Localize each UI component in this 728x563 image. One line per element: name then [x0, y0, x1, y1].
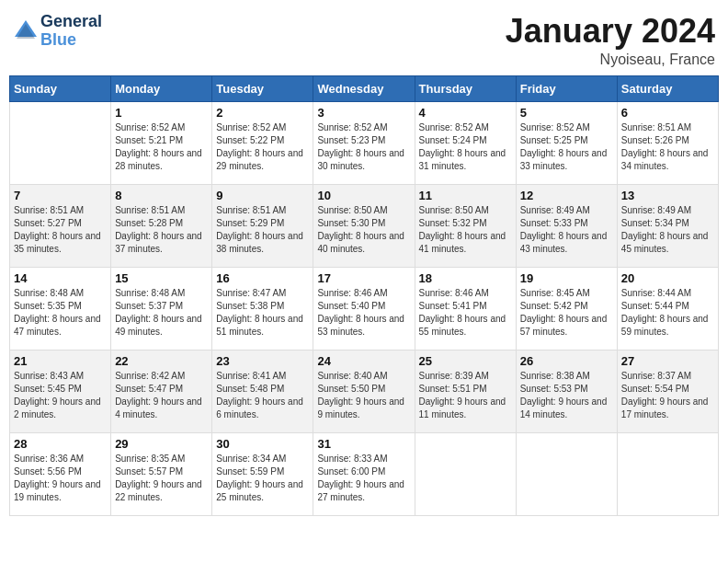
sunset-text: Sunset: 5:59 PM — [216, 465, 309, 478]
calendar-day-cell: 23Sunrise: 8:41 AMSunset: 5:48 PMDayligh… — [212, 350, 313, 432]
daylight-text: Daylight: 9 hours and 11 minutes. — [419, 396, 512, 421]
daylight-text: Daylight: 9 hours and 22 minutes. — [115, 478, 208, 504]
calendar-day-cell: 8Sunrise: 8:51 AMSunset: 5:28 PMDaylight… — [111, 184, 212, 267]
weekday-header: Wednesday — [313, 75, 415, 101]
sunrise-text: Sunrise: 8:47 AM — [216, 287, 309, 300]
sunrise-text: Sunrise: 8:51 AM — [216, 204, 309, 217]
day-number: 25 — [419, 354, 512, 368]
weekday-header: Sunday — [10, 75, 111, 101]
daylight-text: Daylight: 8 hours and 29 minutes. — [216, 147, 309, 173]
day-number: 20 — [621, 271, 714, 285]
daylight-text: Daylight: 9 hours and 9 minutes. — [317, 396, 410, 421]
day-info: Sunrise: 8:36 AMSunset: 5:56 PMDaylight:… — [14, 453, 107, 504]
day-number: 13 — [621, 189, 714, 202]
weekday-header: Monday — [111, 75, 212, 101]
daylight-text: Daylight: 8 hours and 53 minutes. — [317, 313, 410, 339]
sunset-text: Sunset: 5:37 PM — [115, 300, 208, 313]
daylight-text: Daylight: 8 hours and 55 minutes. — [419, 313, 512, 339]
sunrise-text: Sunrise: 8:45 AM — [520, 287, 613, 300]
day-info: Sunrise: 8:46 AMSunset: 5:40 PMDaylight:… — [317, 287, 410, 339]
sunset-text: Sunset: 5:35 PM — [14, 300, 107, 313]
day-number: 3 — [317, 106, 410, 120]
day-info: Sunrise: 8:52 AMSunset: 5:25 PMDaylight:… — [520, 121, 613, 173]
sunrise-text: Sunrise: 8:48 AM — [14, 287, 107, 300]
sunrise-text: Sunrise: 8:52 AM — [419, 121, 512, 134]
calendar-day-cell: 27Sunrise: 8:37 AMSunset: 5:54 PMDayligh… — [617, 350, 718, 432]
calendar-day-cell: 9Sunrise: 8:51 AMSunset: 5:29 PMDaylight… — [212, 184, 313, 267]
daylight-text: Daylight: 8 hours and 33 minutes. — [520, 147, 613, 173]
calendar-day-cell: 10Sunrise: 8:50 AMSunset: 5:30 PMDayligh… — [313, 184, 415, 267]
calendar-day-cell: 1Sunrise: 8:52 AMSunset: 5:21 PMDaylight… — [111, 101, 212, 184]
calendar-day-cell: 21Sunrise: 8:43 AMSunset: 5:45 PMDayligh… — [10, 350, 111, 432]
daylight-text: Daylight: 8 hours and 30 minutes. — [317, 147, 410, 173]
calendar-day-cell: 15Sunrise: 8:48 AMSunset: 5:37 PMDayligh… — [111, 267, 212, 350]
day-info: Sunrise: 8:48 AMSunset: 5:35 PMDaylight:… — [14, 287, 107, 339]
day-number: 15 — [115, 271, 208, 285]
daylight-text: Daylight: 8 hours and 51 minutes. — [216, 313, 309, 339]
sunset-text: Sunset: 5:47 PM — [115, 383, 208, 396]
sunrise-text: Sunrise: 8:50 AM — [317, 204, 410, 217]
calendar-day-cell: 30Sunrise: 8:34 AMSunset: 5:59 PMDayligh… — [212, 432, 313, 515]
day-number: 19 — [520, 271, 613, 285]
daylight-text: Daylight: 8 hours and 47 minutes. — [14, 313, 107, 339]
calendar-day-cell — [516, 432, 617, 515]
day-info: Sunrise: 8:52 AMSunset: 5:24 PMDaylight:… — [419, 121, 512, 173]
calendar-day-cell: 16Sunrise: 8:47 AMSunset: 5:38 PMDayligh… — [212, 267, 313, 350]
sunrise-text: Sunrise: 8:42 AM — [115, 370, 208, 383]
day-number: 28 — [14, 437, 107, 451]
sunset-text: Sunset: 5:57 PM — [115, 465, 208, 478]
calendar-day-cell: 12Sunrise: 8:49 AMSunset: 5:33 PMDayligh… — [516, 184, 617, 267]
sunrise-text: Sunrise: 8:34 AM — [216, 453, 309, 465]
day-info: Sunrise: 8:49 AMSunset: 5:34 PMDaylight:… — [621, 204, 714, 256]
day-number: 21 — [14, 354, 107, 368]
calendar-day-cell: 28Sunrise: 8:36 AMSunset: 5:56 PMDayligh… — [10, 432, 111, 515]
sunrise-text: Sunrise: 8:48 AM — [115, 287, 208, 300]
day-info: Sunrise: 8:49 AMSunset: 5:33 PMDaylight:… — [520, 204, 613, 256]
calendar-day-cell: 17Sunrise: 8:46 AMSunset: 5:40 PMDayligh… — [313, 267, 415, 350]
weekday-header: Friday — [516, 75, 617, 101]
logo: General Blue — [13, 13, 102, 50]
day-info: Sunrise: 8:44 AMSunset: 5:44 PMDaylight:… — [621, 287, 714, 339]
sunset-text: Sunset: 5:53 PM — [520, 383, 613, 396]
day-info: Sunrise: 8:51 AMSunset: 5:28 PMDaylight:… — [115, 204, 208, 256]
day-info: Sunrise: 8:48 AMSunset: 5:37 PMDaylight:… — [115, 287, 208, 339]
sunrise-text: Sunrise: 8:33 AM — [317, 453, 410, 465]
daylight-text: Daylight: 8 hours and 59 minutes. — [621, 313, 714, 339]
sunset-text: Sunset: 5:21 PM — [115, 134, 208, 147]
day-info: Sunrise: 8:52 AMSunset: 5:21 PMDaylight:… — [115, 121, 208, 173]
sunrise-text: Sunrise: 8:52 AM — [115, 121, 208, 134]
calendar-day-cell: 24Sunrise: 8:40 AMSunset: 5:50 PMDayligh… — [313, 350, 415, 432]
sunset-text: Sunset: 5:42 PM — [520, 300, 613, 313]
sunrise-text: Sunrise: 8:38 AM — [520, 370, 613, 383]
day-info: Sunrise: 8:52 AMSunset: 5:22 PMDaylight:… — [216, 121, 309, 173]
day-info: Sunrise: 8:35 AMSunset: 5:57 PMDaylight:… — [115, 453, 208, 504]
calendar-day-cell — [415, 432, 516, 515]
day-info: Sunrise: 8:39 AMSunset: 5:51 PMDaylight:… — [419, 370, 512, 421]
calendar-day-cell: 7Sunrise: 8:51 AMSunset: 5:27 PMDaylight… — [10, 184, 111, 267]
sunrise-text: Sunrise: 8:39 AM — [419, 370, 512, 383]
calendar-day-cell: 20Sunrise: 8:44 AMSunset: 5:44 PMDayligh… — [617, 267, 718, 350]
sunrise-text: Sunrise: 8:41 AM — [216, 370, 309, 383]
calendar-day-cell: 13Sunrise: 8:49 AMSunset: 5:34 PMDayligh… — [617, 184, 718, 267]
sunrise-text: Sunrise: 8:44 AM — [621, 287, 714, 300]
calendar-day-cell: 6Sunrise: 8:51 AMSunset: 5:26 PMDaylight… — [617, 101, 718, 184]
daylight-text: Daylight: 8 hours and 49 minutes. — [115, 313, 208, 339]
day-number: 30 — [216, 437, 309, 451]
sunrise-text: Sunrise: 8:40 AM — [317, 370, 410, 383]
daylight-text: Daylight: 8 hours and 34 minutes. — [621, 147, 714, 173]
day-number: 7 — [14, 189, 107, 202]
day-number: 16 — [216, 271, 309, 285]
day-number: 8 — [115, 189, 208, 202]
day-number: 26 — [520, 354, 613, 368]
logo-icon — [13, 18, 39, 44]
sunset-text: Sunset: 5:33 PM — [520, 217, 613, 230]
daylight-text: Daylight: 9 hours and 19 minutes. — [14, 478, 107, 504]
day-info: Sunrise: 8:43 AMSunset: 5:45 PMDaylight:… — [14, 370, 107, 421]
sunset-text: Sunset: 5:54 PM — [621, 383, 714, 396]
calendar-header-row: SundayMondayTuesdayWednesdayThursdayFrid… — [10, 75, 719, 101]
calendar-day-cell — [10, 101, 111, 184]
sunset-text: Sunset: 5:25 PM — [520, 134, 613, 147]
day-number: 14 — [14, 271, 107, 285]
daylight-text: Daylight: 8 hours and 45 minutes. — [621, 230, 714, 256]
day-info: Sunrise: 8:38 AMSunset: 5:53 PMDaylight:… — [520, 370, 613, 421]
